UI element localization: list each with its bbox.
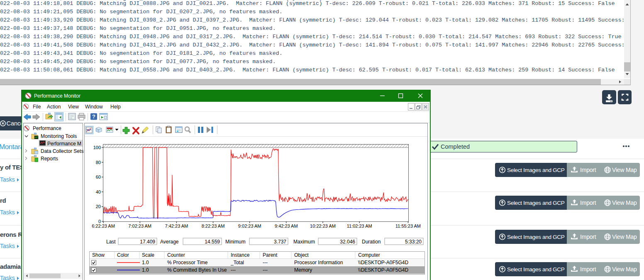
svg-text:View: View: [68, 104, 79, 110]
svg-text:Select Images and GCP: Select Images and GCP: [507, 234, 565, 240]
svg-text:14.559: 14.559: [205, 239, 220, 245]
svg-text:?: ?: [92, 113, 95, 120]
svg-text:Instance: Instance: [231, 252, 250, 258]
svg-text:9:42:23 AM: 9:42:23 AM: [275, 224, 298, 228]
svg-text:60: 60: [96, 174, 101, 179]
svg-text:Average: Average: [160, 239, 179, 245]
svg-text:Minimum: Minimum: [225, 239, 246, 245]
svg-text:Parent: Parent: [263, 252, 278, 258]
svg-text:Reports: Reports: [41, 156, 58, 162]
svg-text:Completed: Completed: [441, 143, 470, 150]
svg-text:Memory: Memory: [294, 267, 312, 273]
svg-text:20: 20: [96, 204, 101, 209]
svg-text:% Committed Bytes In Use: % Committed Bytes In Use: [167, 267, 227, 273]
svg-text:11:55:23 AM: 11:55:23 AM: [395, 224, 421, 228]
svg-text:% Processor Time: % Processor Time: [167, 260, 208, 265]
svg-text:Object: Object: [294, 252, 309, 258]
svg-text:8:22:23 AM: 8:22:23 AM: [202, 224, 225, 228]
svg-text:Select Images and GCP: Select Images and GCP: [507, 200, 565, 206]
svg-text:Computer: Computer: [358, 252, 380, 258]
svg-text:---: ---: [231, 267, 236, 273]
svg-text:17.409: 17.409: [140, 239, 155, 245]
svg-text:Processor Information: Processor Information: [294, 260, 343, 265]
svg-text:View Map: View Map: [612, 233, 637, 240]
svg-text:40: 40: [96, 189, 101, 194]
svg-text:Performance Monitor: Performance Monitor: [34, 93, 80, 99]
svg-text:80: 80: [96, 160, 101, 165]
svg-text:Select Images and GCP: Select Images and GCP: [507, 167, 565, 173]
svg-text:Select Images and GCP: Select Images and GCP: [507, 266, 565, 273]
svg-text:\\DESKTOP-A0F5G4D: \\DESKTOP-A0F5G4D: [358, 267, 408, 273]
svg-text:View Map: View Map: [612, 167, 637, 173]
svg-text:1.0: 1.0: [142, 260, 149, 265]
svg-text:5:33:20: 5:33:20: [405, 239, 422, 245]
svg-text:Last: Last: [106, 239, 116, 245]
svg-text:100: 100: [93, 145, 101, 150]
svg-text:View Map: View Map: [612, 266, 637, 273]
svg-text:_Total: _Total: [230, 260, 244, 265]
svg-text:Window: Window: [85, 104, 103, 110]
svg-text:Scale: Scale: [142, 252, 154, 258]
svg-text:7:02:23 AM: 7:02:23 AM: [128, 224, 151, 228]
svg-text:Monitoring Tools: Monitoring Tools: [41, 133, 77, 139]
svg-text:9:02:23 AM: 9:02:23 AM: [238, 224, 261, 228]
svg-text:3.737: 3.737: [274, 239, 286, 245]
svg-text:---: ---: [263, 260, 268, 265]
svg-text:Maximum: Maximum: [293, 239, 315, 245]
svg-text:View Map: View Map: [612, 199, 637, 206]
svg-text:Import: Import: [580, 233, 596, 240]
svg-text:Data Collector Sets: Data Collector Sets: [41, 148, 83, 154]
svg-text:10:22:23 AM: 10:22:23 AM: [310, 224, 336, 228]
svg-text:Duration: Duration: [362, 239, 381, 245]
svg-text:File: File: [33, 104, 41, 110]
svg-text:Import: Import: [580, 199, 596, 206]
svg-text:1.0: 1.0: [142, 267, 149, 273]
svg-text:7:42:23 AM: 7:42:23 AM: [165, 224, 188, 228]
svg-text:6:22:23 AM: 6:22:23 AM: [92, 224, 115, 228]
svg-text:32.046: 32.046: [340, 239, 355, 245]
svg-text:Color: Color: [117, 252, 129, 258]
svg-text:Import: Import: [580, 167, 596, 173]
svg-text:Import: Import: [580, 266, 596, 273]
svg-text:---: ---: [263, 267, 268, 273]
svg-text:Action: Action: [47, 104, 61, 110]
svg-text:Performance M: Performance M: [47, 141, 81, 147]
svg-text:Performance: Performance: [33, 125, 61, 131]
svg-text:11:02:23 AM: 11:02:23 AM: [347, 224, 372, 228]
svg-text:Show: Show: [92, 252, 105, 258]
svg-text:Counter: Counter: [167, 252, 185, 258]
svg-text:\\DESKTOP-A0F5G4D: \\DESKTOP-A0F5G4D: [358, 260, 408, 265]
svg-text:Help: Help: [110, 104, 121, 110]
